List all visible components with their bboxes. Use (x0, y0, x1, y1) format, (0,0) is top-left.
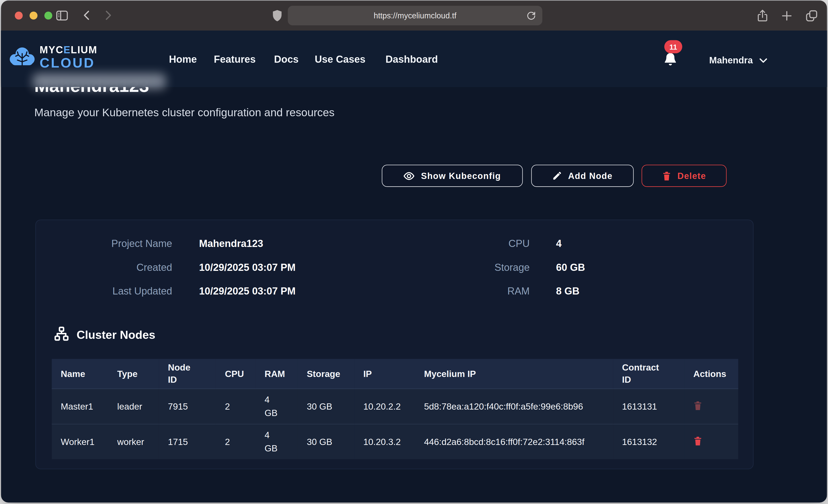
cell-type: worker (108, 424, 159, 459)
pencil-icon (552, 171, 562, 180)
title-blur-artifact (33, 73, 166, 89)
col-name: Name (52, 359, 108, 389)
share-icon[interactable] (756, 9, 769, 25)
browser-window: https://myceliumcloud.tf (1, 0, 827, 502)
col-actions: Actions (685, 359, 738, 389)
trash-icon (662, 171, 671, 181)
notification-badge: 11 (664, 40, 682, 53)
tab-overview-icon[interactable] (805, 9, 819, 25)
cell-name: Master1 (52, 389, 108, 424)
site-logo[interactable]: MYCELIUM CLOUD (8, 45, 97, 70)
notifications-button[interactable]: 11 (663, 52, 677, 69)
project-name-label: Project Name (52, 237, 172, 250)
new-tab-icon[interactable] (780, 9, 793, 25)
add-node-button[interactable]: Add Node (531, 165, 634, 187)
cell-storage: 30 GB (298, 389, 355, 424)
cell-ram: 4 GB (255, 424, 298, 459)
created-value: 10/29/2025 03:07 PM (199, 261, 295, 274)
cluster-nodes-table: Name Type Node ID CPU RAM Storage IP Myc… (52, 359, 738, 459)
show-kubeconfig-button[interactable]: Show Kubeconfig (382, 165, 523, 187)
storage-label: Storage (424, 261, 530, 274)
col-node-id: Node ID (159, 359, 216, 389)
cell-cpu: 2 (216, 389, 255, 424)
cell-name: Worker1 (52, 424, 108, 459)
nav-link-home[interactable]: Home (169, 54, 197, 66)
zoom-button[interactable] (44, 12, 52, 19)
chevron-down-icon (759, 55, 767, 66)
cell-ip: 10.20.2.2 (355, 389, 415, 424)
cloud-logo-icon (8, 45, 36, 70)
ram-value: 8 GB (556, 285, 580, 298)
nav-link-features[interactable]: Features (214, 54, 256, 66)
page-subtitle: Manage your Kubernetes cluster configura… (34, 106, 334, 119)
col-cpu: CPU (216, 359, 255, 389)
delete-cluster-button[interactable]: Delete (641, 165, 727, 187)
cell-contract-id: 1613132 (613, 424, 685, 459)
cell-node-id: 7915 (159, 389, 216, 424)
web-page: Mahendra123 (1, 31, 827, 502)
hierarchy-icon (53, 326, 70, 344)
traffic-lights (15, 12, 52, 19)
eye-icon (404, 170, 415, 181)
add-node-label: Add Node (568, 171, 613, 181)
close-button[interactable] (15, 12, 23, 19)
minimize-button[interactable] (30, 12, 37, 19)
reload-icon[interactable] (526, 10, 537, 23)
screenshot-stage: https://myceliumcloud.tf (0, 0, 828, 504)
col-ram: RAM (255, 359, 298, 389)
site-navbar: MYCELIUM CLOUD Home Features Docs Use Ca… (1, 31, 827, 87)
nav-link-use-cases[interactable]: Use Cases (315, 54, 365, 66)
cell-actions (685, 424, 738, 459)
nav-link-dashboard[interactable]: Dashboard (385, 54, 438, 66)
shield-icon (272, 9, 283, 22)
url-bar[interactable]: https://myceliumcloud.tf (288, 6, 542, 25)
last-updated-label: Last Updated (52, 285, 172, 298)
last-updated-value: 10/29/2025 03:07 PM (199, 285, 295, 298)
cell-storage: 30 GB (298, 424, 355, 459)
cpu-label: CPU (424, 237, 530, 250)
project-name-value: Mahendra123 (199, 237, 263, 250)
cluster-nodes-title: Cluster Nodes (77, 328, 155, 342)
trash-icon (693, 404, 702, 412)
cluster-nodes-heading: Cluster Nodes (53, 326, 155, 344)
table-row: Worker1 worker 1715 2 4 GB 30 GB 10.20.3… (52, 424, 738, 459)
cell-mycelium-ip: 5d8:78ea:a120:f40c:ff0f:a5fe:99e6:8b96 (415, 389, 613, 424)
browser-chrome: https://myceliumcloud.tf (1, 0, 827, 31)
col-contract-id: Contract ID (613, 359, 685, 389)
show-kubeconfig-label: Show Kubeconfig (421, 171, 501, 181)
back-icon[interactable] (81, 9, 93, 22)
delete-node-button[interactable] (693, 401, 702, 412)
created-label: Created (52, 261, 172, 274)
ram-label: RAM (424, 285, 530, 298)
table-header-row: Name Type Node ID CPU RAM Storage IP Myc… (52, 359, 738, 389)
chrome-right-icons (756, 9, 818, 25)
cell-actions (685, 389, 738, 424)
col-mycelium-ip: Mycelium IP (415, 359, 613, 389)
cell-ram: 4 GB (255, 389, 298, 424)
col-storage: Storage (298, 359, 355, 389)
delete-label: Delete (677, 171, 706, 181)
trash-icon (693, 440, 702, 448)
storage-value: 60 GB (556, 261, 585, 274)
cell-cpu: 2 (216, 424, 255, 459)
user-menu[interactable]: Mahendra (709, 55, 767, 66)
cell-node-id: 1715 (159, 424, 216, 459)
user-name: Mahendra (709, 55, 753, 66)
cell-mycelium-ip: 446:d2a6:8bcd:8c16:ff0f:72e2:3114:863f (415, 424, 613, 459)
sidebar-icon[interactable] (55, 9, 69, 22)
delete-node-button[interactable] (693, 436, 702, 448)
logo-text: MYCELIUM CLOUD (40, 45, 97, 70)
col-type: Type (108, 359, 159, 389)
col-ip: IP (355, 359, 415, 389)
cell-ip: 10.20.3.2 (355, 424, 415, 459)
nav-link-docs[interactable]: Docs (274, 54, 299, 66)
project-card: Project Name Mahendra123 Created 10/29/2… (35, 220, 753, 469)
bell-icon (663, 60, 677, 69)
table-row: Master1 leader 7915 2 4 GB 30 GB 10.20.2… (52, 389, 738, 424)
cpu-value: 4 (556, 237, 562, 250)
url-text: https://myceliumcloud.tf (374, 11, 456, 20)
cell-type: leader (108, 389, 159, 424)
forward-icon[interactable] (101, 9, 114, 22)
cell-contract-id: 1613131 (613, 389, 685, 424)
